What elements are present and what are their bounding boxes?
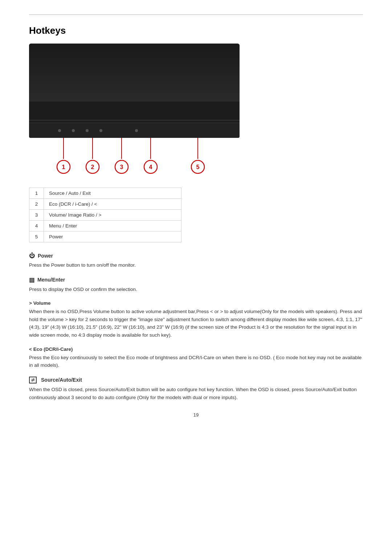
table-cell-num: 4: [29, 221, 44, 231]
table-row: 4 Menu / Enter: [29, 221, 181, 231]
section-volume: > Volume When there is no OSD,Press Volu…: [29, 300, 363, 339]
menu-enter-heading-text: Menu/Enter: [37, 277, 65, 283]
source-heading-text: Source/Auto/Exit: [41, 377, 82, 383]
button-dot-4: [99, 129, 102, 132]
eco-text: Press the Eco key continuously to select…: [29, 354, 363, 369]
svg-text:2: 2: [91, 164, 94, 170]
menu-enter-text: Press to display the OSD or confirm the …: [29, 286, 363, 294]
table-cell-label: Power: [44, 231, 181, 242]
svg-text:1: 1: [62, 164, 65, 170]
section-eco: < Eco (DCR/i-Care) Press the Eco key con…: [29, 346, 363, 369]
table-row: 5 Power: [29, 231, 181, 242]
volume-text: When there is no OSD,Press Volume button…: [29, 308, 363, 339]
power-heading: ⏻ Power: [29, 253, 363, 259]
volume-heading: > Volume: [29, 300, 363, 306]
page-title: Hotkeys: [29, 25, 363, 36]
table-cell-label: Source / Auto / Exit: [44, 188, 181, 199]
source-heading: ⇄ Source/Auto/Exit: [29, 377, 363, 383]
button-dot-3: [86, 129, 89, 132]
hotkey-diagram: 1 2 3 4 5: [29, 44, 240, 179]
table-cell-num: 1: [29, 188, 44, 199]
table-cell-label: Volume/ Image Ratio / >: [44, 210, 181, 221]
section-menu-enter: ▤ Menu/Enter Press to display the OSD or…: [29, 276, 363, 294]
button-dot-2: [72, 129, 75, 132]
power-heading-text: Power: [38, 253, 53, 259]
source-icon: ⇄: [29, 377, 37, 383]
table-cell-label: Menu / Enter: [44, 221, 181, 231]
menu-enter-heading: ▤ Menu/Enter: [29, 276, 363, 283]
svg-text:5: 5: [196, 164, 200, 170]
table-cell-num: 3: [29, 210, 44, 221]
hotkey-labels-svg: 1 2 3 4 5: [29, 138, 240, 178]
power-icon: ⏻: [29, 253, 35, 259]
table-row: 1 Source / Auto / Exit: [29, 188, 181, 199]
source-text: When the OSD is closed, press Source/Aut…: [29, 386, 363, 401]
hotkeys-table: 1 Source / Auto / Exit 2 Eco (DCR / i-Ca…: [29, 188, 181, 242]
menu-enter-icon: ▤: [29, 276, 34, 283]
table-cell-num: 2: [29, 199, 44, 210]
button-dot-1: [58, 129, 61, 132]
section-source: ⇄ Source/Auto/Exit When the OSD is close…: [29, 377, 363, 401]
eco-heading: < Eco (DCR/i-Care): [29, 346, 363, 352]
button-dot-power: [135, 129, 138, 132]
svg-text:4: 4: [149, 164, 152, 170]
power-text: Press the Power button to turn on/off th…: [29, 261, 363, 269]
table-row: 3 Volume/ Image Ratio / >: [29, 210, 181, 221]
svg-text:3: 3: [120, 164, 123, 170]
section-power: ⏻ Power Press the Power button to turn o…: [29, 253, 363, 269]
monitor-illustration: [29, 44, 240, 123]
monitor-bottom-bezel: [29, 123, 240, 138]
table-row: 2 Eco (DCR / i-Care) / <: [29, 199, 181, 210]
table-cell-num: 5: [29, 231, 44, 242]
top-divider: [29, 15, 363, 15]
button-dots-row: [29, 129, 138, 132]
table-cell-label: Eco (DCR / i-Care) / <: [44, 199, 181, 210]
page-number: 19: [29, 412, 363, 418]
